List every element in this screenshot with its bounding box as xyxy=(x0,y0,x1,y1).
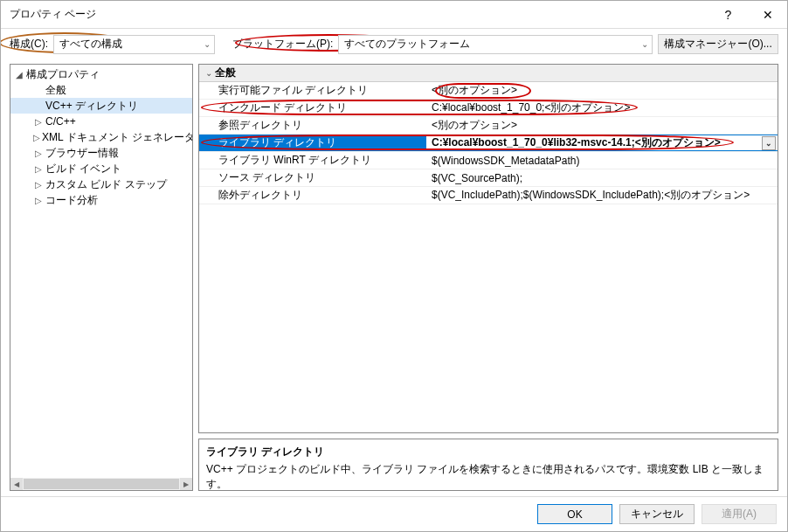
expand-icon: ▷ xyxy=(33,164,44,174)
tree-item[interactable]: ▷XML ドキュメント ジェネレーター xyxy=(10,129,192,145)
expand-icon: ▷ xyxy=(33,133,40,142)
tree-item-label: ブラウザー情報 xyxy=(45,146,119,161)
scroll-right-button[interactable]: ▶ xyxy=(180,478,192,490)
property-value[interactable]: $(VC_SourcePath); xyxy=(426,172,778,184)
expand-icon: ▷ xyxy=(33,149,44,158)
tree-item[interactable]: ▷カスタム ビルド ステップ xyxy=(10,176,192,192)
collapse-icon: ◢ xyxy=(14,70,24,79)
ok-button[interactable]: OK xyxy=(537,504,612,524)
body: ◢ 構成プロパティ 全般VC++ ディレクトリ▷C/C++▷XML ドキュメント… xyxy=(1,60,787,496)
config-value: すべての構成 xyxy=(59,37,122,52)
right-panel: ⌄ 全般 実行可能ファイル ディレクトリ<別のオプション>インクルード ディレク… xyxy=(198,64,778,491)
property-value[interactable]: <別のオプション> xyxy=(426,83,778,98)
property-value[interactable]: C:¥local¥boost_1_70_0;<別のオプション> xyxy=(426,100,778,115)
tree-item-label: XML ドキュメント ジェネレーター xyxy=(42,130,193,145)
tree: ◢ 構成プロパティ 全般VC++ ディレクトリ▷C/C++▷XML ドキュメント… xyxy=(10,65,192,208)
property-value[interactable]: $(VC_IncludePath);$(WindowsSDK_IncludePa… xyxy=(426,188,778,203)
description-text: VC++ プロジェクトのビルド中、ライブラリ ファイルを検索するときに使用される… xyxy=(206,462,771,492)
property-row[interactable]: インクルード ディレクトリC:¥local¥boost_1_70_0;<別のオプ… xyxy=(199,100,778,117)
description-title: ライブラリ ディレクトリ xyxy=(206,445,771,459)
tree-item-label: カスタム ビルド ステップ xyxy=(45,177,167,192)
expand-icon: ▷ xyxy=(33,117,44,127)
button-bar: OK キャンセル 適用(A) xyxy=(1,496,787,531)
platform-value: すべてのプラットフォーム xyxy=(344,37,470,52)
property-row[interactable]: 除外ディレクトリ$(VC_IncludePath);$(WindowsSDK_I… xyxy=(199,187,778,204)
property-name: ライブラリ WinRT ディレクトリ xyxy=(199,153,426,168)
expand-icon: ▷ xyxy=(33,196,44,205)
toolbar: 構成(C): すべての構成 ⌄ プラットフォーム(P): すべてのプラットフォー… xyxy=(1,29,787,60)
property-name: 除外ディレクトリ xyxy=(199,188,426,203)
close-button[interactable]: ✕ xyxy=(748,1,787,29)
property-row[interactable]: ライブラリ ディレクトリC:¥local¥boost_1_70_0¥lib32-… xyxy=(199,135,778,152)
property-name: インクルード ディレクトリ xyxy=(199,100,426,115)
property-value[interactable]: <別のオプション> xyxy=(426,118,778,133)
cancel-button[interactable]: キャンセル xyxy=(619,504,695,524)
expand-icon: ▷ xyxy=(33,180,44,190)
horizontal-scrollbar[interactable]: ◀ ▶ xyxy=(10,478,192,490)
tree-item-label: C/C++ xyxy=(45,115,76,128)
collapse-icon: ⌄ xyxy=(203,68,215,78)
window-title: プロパティ ページ xyxy=(10,7,709,22)
chevron-down-icon: ⌄ xyxy=(641,39,648,49)
property-row[interactable]: 参照ディレクトリ<別のオプション> xyxy=(199,117,778,135)
chevron-down-icon: ⌄ xyxy=(204,39,211,49)
grid-section-title: 全般 xyxy=(215,66,236,80)
platform-label: プラットフォーム(P): xyxy=(232,37,333,52)
tree-item[interactable]: ▷コード分析 xyxy=(10,192,192,208)
scroll-left-button[interactable]: ◀ xyxy=(10,478,23,490)
scroll-thumb[interactable] xyxy=(24,479,179,489)
property-row[interactable]: 実行可能ファイル ディレクトリ<別のオプション> xyxy=(199,82,778,100)
grid-section-header[interactable]: ⌄ 全般 xyxy=(199,65,778,82)
dropdown-button[interactable]: ⌄ xyxy=(762,136,776,150)
property-name: 参照ディレクトリ xyxy=(199,118,426,133)
tree-root-label: 構成プロパティ xyxy=(26,67,100,82)
config-label: 構成(C): xyxy=(10,37,48,52)
tree-panel: ◢ 構成プロパティ 全般VC++ ディレクトリ▷C/C++▷XML ドキュメント… xyxy=(10,64,193,491)
tree-item-label: コード分析 xyxy=(45,193,98,208)
tree-item[interactable]: VC++ ディレクトリ xyxy=(10,98,192,114)
property-name: ライブラリ ディレクトリ xyxy=(199,135,426,150)
property-name: ソース ディレクトリ xyxy=(199,170,426,185)
tree-item[interactable]: ▷ブラウザー情報 xyxy=(10,145,192,161)
property-value[interactable]: C:¥local¥boost_1_70_0¥lib32-msvc-14.1;<別… xyxy=(426,135,778,150)
apply-button[interactable]: 適用(A) xyxy=(702,504,777,524)
property-grid: ⌄ 全般 実行可能ファイル ディレクトリ<別のオプション>インクルード ディレク… xyxy=(198,64,778,433)
tree-item-label: ビルド イベント xyxy=(45,162,121,176)
property-name: 実行可能ファイル ディレクトリ xyxy=(199,83,426,98)
tree-item-label: VC++ ディレクトリ xyxy=(45,99,138,114)
tree-item[interactable]: ▷ビルド イベント xyxy=(10,161,192,176)
config-manager-button[interactable]: 構成マネージャー(O)... xyxy=(658,34,778,54)
tree-root[interactable]: ◢ 構成プロパティ xyxy=(10,66,192,82)
tree-item[interactable]: ▷C/C++ xyxy=(10,114,192,129)
description-panel: ライブラリ ディレクトリ VC++ プロジェクトのビルド中、ライブラリ ファイル… xyxy=(198,439,778,491)
platform-select[interactable]: すべてのプラットフォーム ⌄ xyxy=(338,35,653,54)
property-row[interactable]: ライブラリ WinRT ディレクトリ$(WindowsSDK_MetadataP… xyxy=(199,152,778,169)
tree-item[interactable]: 全般 xyxy=(10,82,192,98)
titlebar: プロパティ ページ ? ✕ xyxy=(1,1,787,29)
property-value[interactable]: $(WindowsSDK_MetadataPath) xyxy=(426,155,778,167)
config-select[interactable]: すべての構成 ⌄ xyxy=(53,35,215,54)
tree-item-label: 全般 xyxy=(45,83,66,98)
property-row[interactable]: ソース ディレクトリ$(VC_SourcePath); xyxy=(199,169,778,187)
help-button[interactable]: ? xyxy=(709,1,748,29)
